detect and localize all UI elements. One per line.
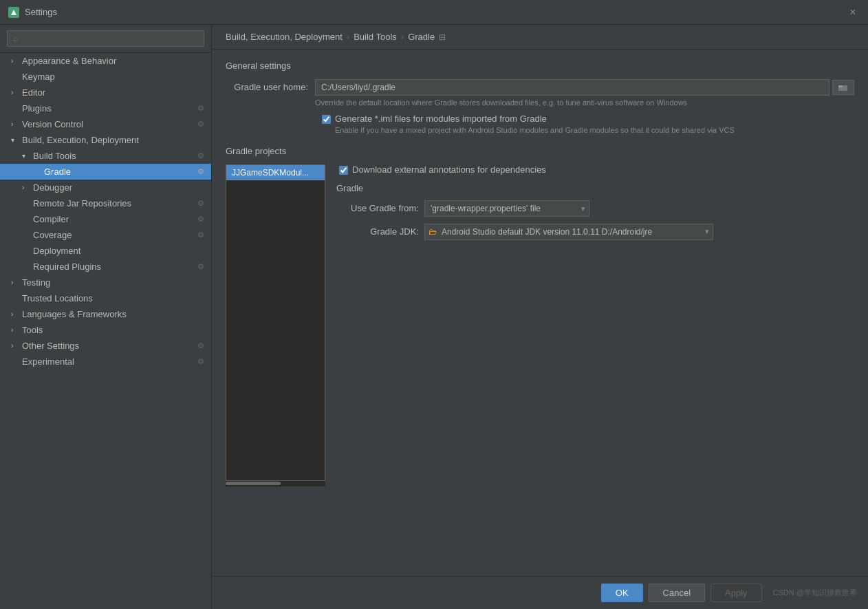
app-icon: [8, 7, 19, 18]
apply-button[interactable]: Apply: [710, 584, 762, 602]
generate-iml-checkbox[interactable]: [322, 115, 331, 124]
svg-marker-0: [11, 10, 17, 15]
sidebar-item-required-plugins[interactable]: Required Plugins ⚙: [0, 259, 211, 275]
sidebar-item-editor[interactable]: › Editor: [0, 85, 211, 100]
gear-icon: ⚙: [197, 341, 204, 350]
svg-rect-2: [838, 85, 843, 87]
gradle-projects-title: Gradle projects: [226, 146, 854, 156]
sidebar-item-coverage[interactable]: Coverage ⚙: [0, 227, 211, 243]
gradle-jdk-label: Gradle JDK:: [336, 226, 419, 237]
gear-icon: ⚙: [197, 151, 204, 160]
gradle-user-home-hint: Override the default location where Grad…: [315, 98, 854, 108]
sidebar-item-trusted-locations[interactable]: Trusted Locations: [0, 290, 211, 306]
sidebar-item-other-settings[interactable]: › Other Settings ⚙: [0, 338, 211, 354]
download-annotations-checkbox[interactable]: [339, 166, 348, 175]
sidebar-item-tools[interactable]: › Tools: [0, 322, 211, 338]
expand-arrow: ›: [11, 326, 19, 334]
watermark: CSDN @学知识拯救世界: [773, 588, 857, 598]
gradle-jdk-select-wrap: 🗁 Android Studio default JDK version 11.…: [424, 224, 713, 240]
gradle-section-title: Gradle: [336, 183, 854, 193]
gear-icon: ⚙: [197, 104, 204, 113]
project-list-item[interactable]: JJGameSDKModul...: [226, 165, 325, 180]
download-annotations-label[interactable]: Download external annotations for depend…: [352, 164, 546, 175]
scrollbar-thumb[interactable]: [226, 482, 281, 485]
gear-icon: ⚙: [197, 120, 204, 129]
gear-icon: ⚙: [197, 357, 204, 366]
ok-button[interactable]: OK: [601, 584, 643, 602]
sidebar-item-compiler[interactable]: Compiler ⚙: [0, 211, 211, 227]
search-box: [0, 25, 211, 53]
sidebar-item-plugins[interactable]: Plugins ⚙: [0, 100, 211, 116]
breadcrumb-sep1: ›: [347, 32, 349, 42]
gradle-subsection: Gradle Use Gradle from: 'gradle-wrapper.…: [336, 183, 854, 240]
breadcrumb: Build, Execution, Deployment › Build Too…: [212, 25, 868, 50]
sidebar-item-version-control[interactable]: › Version Control ⚙: [0, 116, 211, 132]
close-button[interactable]: ×: [846, 6, 860, 19]
scrollbar-track[interactable]: [226, 481, 325, 487]
expand-arrow: ›: [22, 184, 30, 191]
sidebar-item-remote-jar[interactable]: Remote Jar Repositories ⚙: [0, 195, 211, 211]
content-area: General settings Gradle user home:: [212, 50, 868, 576]
sidebar-item-lang-frameworks[interactable]: › Languages & Frameworks: [0, 306, 211, 322]
generate-iml-row: Generate *.iml files for modules importe…: [226, 114, 854, 136]
expand-arrow: ▾: [11, 136, 19, 144]
use-gradle-from-row: Use Gradle from: 'gradle-wrapper.propert…: [336, 200, 854, 217]
expand-arrow: ›: [11, 120, 19, 128]
search-input[interactable]: [7, 30, 204, 47]
cancel-button[interactable]: Cancel: [649, 584, 705, 602]
settings-icon: ⊟: [439, 32, 446, 42]
gradle-user-home-label: Gradle user home:: [226, 79, 315, 92]
sidebar-item-build-exec[interactable]: ▾ Build, Execution, Deployment: [0, 132, 211, 148]
gradle-user-home-row: Gradle user home:: [226, 79, 854, 108]
gear-icon: ⚙: [197, 215, 204, 224]
generate-iml-label[interactable]: Generate *.iml files for modules importe…: [335, 114, 547, 124]
gear-icon: ⚙: [197, 262, 204, 271]
sidebar-item-experimental[interactable]: Experimental ⚙: [0, 354, 211, 370]
download-annotations-row: Download external annotations for depend…: [336, 164, 854, 175]
sidebar-item-keymap[interactable]: Keymap: [0, 69, 211, 85]
gradle-right-subsection: Download external annotations for depend…: [336, 164, 854, 487]
gradle-projects-section: JJGameSDKModul... Download external anno…: [226, 164, 854, 487]
expand-arrow: ›: [11, 310, 19, 318]
general-settings-title: General settings: [226, 61, 854, 71]
projects-list-wrap: JJGameSDKModul...: [226, 164, 325, 487]
right-panel: Build, Execution, Deployment › Build Too…: [212, 25, 868, 609]
gear-icon: ⚙: [197, 231, 204, 239]
sidebar: › Appearance & Behavior Keymap › Editor …: [0, 25, 212, 609]
bottom-bar: OK Cancel Apply CSDN @学知识拯救世界: [212, 576, 868, 609]
sidebar-item-gradle[interactable]: Gradle ⚙: [0, 164, 211, 180]
browse-folder-button[interactable]: [832, 80, 854, 95]
use-gradle-from-select-wrap: 'gradle-wrapper.properties' file Specifi…: [424, 200, 589, 217]
sidebar-item-debugger[interactable]: › Debugger: [0, 180, 211, 195]
sidebar-item-testing[interactable]: › Testing: [0, 275, 211, 290]
sidebar-item-deployment[interactable]: Deployment: [0, 243, 211, 259]
sidebar-item-build-tools[interactable]: ▾ Build Tools ⚙: [0, 148, 211, 164]
gradle-jdk-select[interactable]: Android Studio default JDK version 11.0.…: [424, 224, 713, 240]
gradle-jdk-row: Gradle JDK: 🗁 Android Studio default JDK…: [336, 224, 854, 240]
use-gradle-from-select[interactable]: 'gradle-wrapper.properties' file Specifi…: [424, 200, 589, 217]
generate-iml-hint: Enable if you have a mixed project with …: [335, 125, 735, 136]
expand-arrow: ›: [11, 342, 19, 350]
jdk-folder-icon: 🗁: [428, 227, 437, 237]
dialog-title: Settings: [25, 7, 846, 17]
expand-arrow: ›: [11, 57, 19, 65]
gradle-user-home-input[interactable]: [315, 79, 829, 96]
expand-arrow: ▾: [22, 152, 30, 160]
expand-arrow: ›: [11, 279, 19, 286]
expand-arrow: ›: [11, 89, 19, 96]
projects-scroll-area[interactable]: JJGameSDKModul...: [226, 164, 325, 481]
breadcrumb-sep2: ›: [401, 32, 404, 42]
use-gradle-from-label: Use Gradle from:: [336, 203, 419, 213]
gear-icon: ⚙: [197, 167, 204, 176]
gear-icon: ⚙: [197, 199, 204, 208]
sidebar-item-appearance[interactable]: › Appearance & Behavior: [0, 53, 211, 69]
